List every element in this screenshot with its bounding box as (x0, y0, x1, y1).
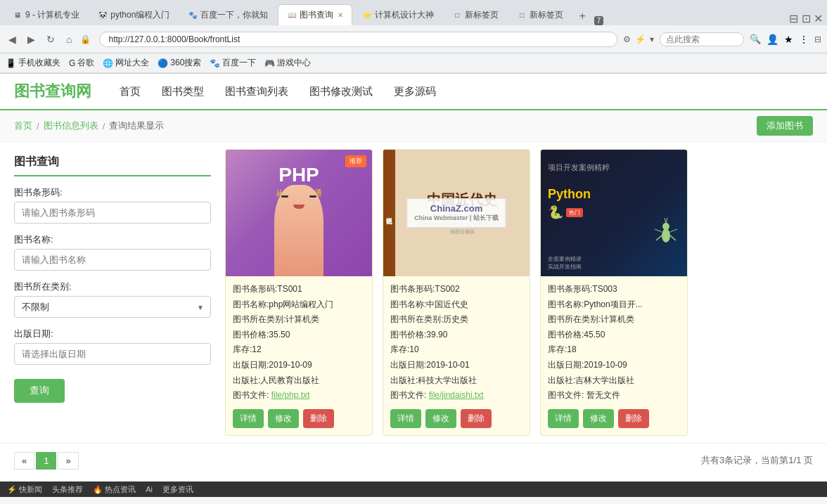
name-group: 图书名称: (14, 233, 211, 271)
home-button[interactable]: ⌂ (63, 32, 75, 46)
php-face-art (226, 185, 372, 276)
python-mosquito (652, 211, 680, 255)
status-item-3: 🔥 热点资讯 (93, 484, 136, 495)
svg-point-0 (662, 228, 670, 243)
site-header: 图书查询网 首页 图书类型 图书查询列表 图书修改测试 更多源码 (0, 74, 827, 110)
name-label: 图书名称: (14, 233, 211, 246)
delete-button-3[interactable]: 删除 (618, 409, 649, 428)
menu-icon[interactable]: ⋮ (799, 34, 809, 45)
python-desc: 全面案例精讲实战开发指南 (548, 255, 645, 271)
php-title-art: PHP (278, 164, 319, 186)
nav-edit[interactable]: 图书修改测试 (309, 85, 373, 98)
search-icon[interactable]: 🔍 (750, 34, 761, 44)
lightning-icon: ⚡ (635, 34, 646, 44)
nav-source[interactable]: 更多源码 (394, 85, 436, 98)
tab-3-icon: 🐾 (188, 10, 198, 20)
edit-button-1[interactable]: 修改 (268, 409, 299, 428)
tab-3[interactable]: 🐾 百度一下，你就知 (179, 4, 276, 25)
browser-chrome: 🖥 9 - 计算机专业 🐼 python编程入门 🐾 百度一下，你就知 📖 图书… (0, 0, 827, 74)
book-actions-3: 详情 修改 删除 (541, 409, 687, 435)
tab-6[interactable]: □ 新标签页 (444, 4, 507, 25)
star-icon[interactable]: ★ (784, 34, 793, 45)
book-publisher-1: 出版社:人民教育出版社 (233, 373, 365, 389)
barcode-group: 图书条形码: (14, 186, 211, 224)
book-stock-2: 库存:10 (390, 342, 523, 358)
nav-list[interactable]: 图书查询列表 (225, 85, 288, 98)
tab-7[interactable]: □ 新标签页 (508, 4, 572, 25)
window-controls[interactable]: ⊟ ⊡ ✕ (789, 12, 823, 25)
prev-page-button[interactable]: « (14, 452, 34, 470)
forward-button[interactable]: ▶ (25, 32, 38, 46)
edit-button-2[interactable]: 修改 (425, 409, 456, 428)
detail-button-3[interactable]: 详情 (548, 409, 579, 428)
google-icon: G (69, 58, 75, 68)
delete-button-2[interactable]: 删除 (461, 409, 492, 428)
tab-4-close[interactable]: ✕ (338, 11, 343, 19)
book-grid: 推荐 PHP 从入门到精通 图书条形码:TS001 (225, 149, 813, 436)
book-file-1: 图书文件: file/php.txt (233, 388, 365, 403)
bookmark-google[interactable]: G 谷歌 (69, 57, 94, 69)
back-button[interactable]: ◀ (6, 32, 19, 46)
book-info-3: 图书条形码:TS003 图书名称:Python项目开... 图书所在类别:计算机… (541, 276, 687, 409)
address-input[interactable] (99, 32, 617, 47)
edit-button-3[interactable]: 修改 (583, 409, 614, 428)
status-item-2: 头条推荐 (52, 484, 83, 495)
spine-bar: 中国近代史 (383, 150, 395, 276)
delete-button-1[interactable]: 删除 (303, 409, 334, 428)
tab-5[interactable]: ⭐ 计算机设计大神 (354, 4, 442, 25)
book-barcode-3: 图书条形码:TS003 (548, 282, 680, 297)
tab-1[interactable]: 🖥 9 - 计算机专业 (4, 4, 88, 25)
book-info-2: 图书条形码:TS002 图书名称:中国近代史 图书所在类别:历史类 图书价格:3… (383, 276, 530, 409)
breadcrumb-list[interactable]: 图书信息列表 (44, 119, 98, 132)
bookmark-nav[interactable]: 🌐 网址大全 (103, 57, 149, 69)
book-barcode-1: 图书条形码:TS001 (233, 282, 365, 297)
chevron-down-icon[interactable]: ▾ (650, 34, 654, 44)
browser-search-input[interactable] (660, 32, 744, 46)
date-input[interactable] (14, 343, 211, 365)
book-file-link-2[interactable]: file/jindaishi.txt (429, 390, 484, 400)
book-card-2: 中国近代史 中国近代史 1840—1919 ZHONGGUO JINDAISHI… (383, 149, 530, 436)
bookmark-games[interactable]: 🎮 游戏中心 (264, 57, 311, 69)
svg-line-3 (670, 235, 676, 240)
nav-home[interactable]: 首页 (120, 85, 141, 98)
new-tab-button[interactable]: + (573, 7, 591, 25)
detail-button-1[interactable]: 详情 (233, 409, 264, 428)
book-actions-1: 详情 修改 删除 (226, 409, 372, 435)
next-page-button[interactable]: » (58, 452, 78, 470)
pagination-bar: « 1 » 共有3条记录，当前第1/1 页 (0, 443, 827, 478)
360-icon: 🔵 (158, 58, 168, 68)
tab-2[interactable]: 🐼 python编程入门 (89, 4, 178, 25)
barcode-input[interactable] (14, 202, 211, 224)
book-price-3: 图书价格:45.50 (548, 328, 680, 343)
book-cover-1: 推荐 PHP 从入门到精通 (226, 150, 372, 276)
book-cover-2: 中国近代史 中国近代史 1840—1919 ZHONGGUO JINDAISHI… (383, 150, 530, 276)
status-bar: ⚡ 快新闻 头条推荐 🔥 热点资讯 Ai 更多资讯 (0, 482, 827, 497)
tab-4-active[interactable]: 📖 图书查询 ✕ (278, 4, 352, 25)
refresh-button[interactable]: ↻ (44, 32, 58, 46)
python-cover-art: 项目开发案例精粹 Python 🐍 热门 (541, 150, 687, 276)
name-input[interactable] (14, 249, 211, 271)
nav-category[interactable]: 图书类型 (162, 85, 204, 98)
tab-2-icon: 🐼 (98, 10, 108, 20)
bookmark-360[interactable]: 🔵 360搜索 (158, 57, 201, 69)
tab-6-icon: □ (452, 10, 462, 20)
detail-button-2[interactable]: 详情 (390, 409, 421, 428)
game-icon: 🎮 (264, 58, 275, 68)
book-file-3: 图书文件: 暂无文件 (548, 388, 680, 403)
query-button[interactable]: 查询 (14, 379, 65, 403)
book-file-link-1[interactable]: file/php.txt (271, 390, 310, 400)
main-layout: 图书查询 图书条形码: 图书名称: 图书所在类别: 不限制 计算机类 历史类 文… (0, 142, 827, 443)
bookmark-baidu[interactable]: 🐾 百度一下 (210, 57, 256, 69)
tab-7-icon: □ (517, 10, 527, 20)
breadcrumb-sep-1: / (37, 121, 39, 131)
page-1-button[interactable]: 1 (36, 452, 56, 470)
book-category-1: 图书所在类别:计算机类 (233, 312, 365, 328)
more-controls[interactable]: ⊟ (814, 34, 821, 44)
book-category-3: 图书所在类别:计算机类 (548, 312, 680, 328)
breadcrumb-home[interactable]: 首页 (14, 119, 32, 132)
book-info-1: 图书条形码:TS001 图书名称:php网站编程入门 图书所在类别:计算机类 图… (226, 276, 372, 409)
add-book-button[interactable]: 添加图书 (757, 116, 813, 136)
category-select[interactable]: 不限制 计算机类 历史类 文学类 (14, 296, 211, 318)
bookmark-mobile[interactable]: 📱 手机收藏夹 (6, 57, 60, 69)
svg-line-7 (666, 218, 667, 224)
